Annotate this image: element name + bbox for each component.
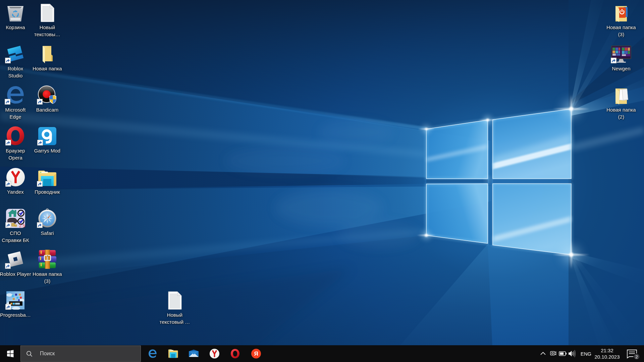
svg-text:2.5: 2.5: [19, 223, 25, 228]
svg-text:2: 2: [635, 354, 638, 359]
svg-text:Я: Я: [254, 351, 258, 357]
